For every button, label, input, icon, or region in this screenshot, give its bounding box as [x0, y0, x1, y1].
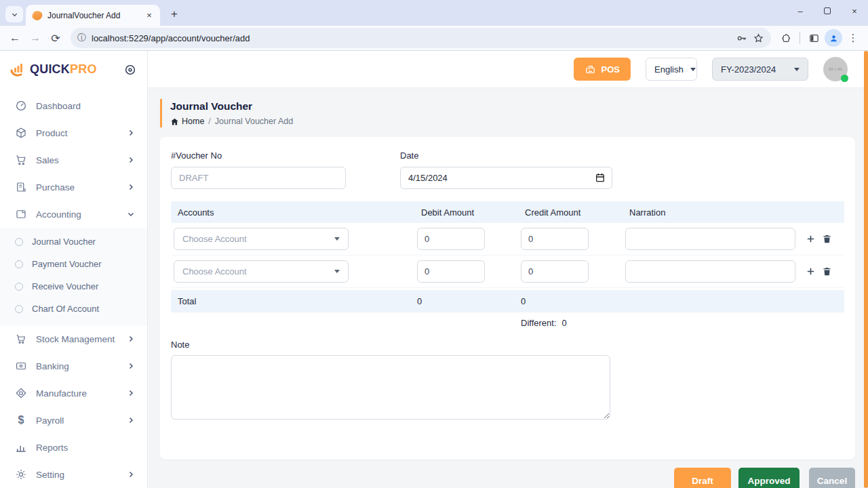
chevron-down-icon: [127, 210, 135, 218]
browser-tab[interactable]: JournalVoucher Add ×: [26, 5, 160, 26]
sidebar-item-payroll[interactable]: $ Payroll: [0, 407, 147, 434]
journal-entries-table: Accounts Debit Amount Credit Amount Narr…: [171, 201, 844, 333]
new-tab-button[interactable]: +: [165, 5, 183, 23]
sidebar-item-manufacture[interactable]: Manufacture: [0, 380, 147, 407]
fiscal-year-select[interactable]: FY-2023/2024: [712, 58, 808, 81]
window-maximize-button[interactable]: [814, 0, 841, 22]
sidebar-item-banking[interactable]: Banking: [0, 352, 147, 380]
user-avatar[interactable]: 80 x 80: [823, 57, 848, 81]
sidebar-item-dashboard[interactable]: Dashboard: [0, 92, 147, 119]
delete-row-button[interactable]: [822, 266, 832, 277]
browser-profile-avatar[interactable]: [825, 29, 842, 47]
date-input[interactable]: [400, 167, 612, 189]
pos-button[interactable]: POS: [574, 58, 631, 81]
chevron-down-icon: [690, 68, 696, 71]
sidebar-item-product[interactable]: Product: [0, 119, 147, 146]
plus-icon: [806, 266, 816, 277]
stock-cart-icon: [15, 333, 27, 345]
note-textarea[interactable]: [171, 355, 610, 420]
home-icon: [170, 117, 179, 126]
note-label: Note: [171, 340, 844, 350]
different-value: 0: [562, 318, 567, 328]
bookmark-star-icon[interactable]: [753, 33, 764, 44]
page-scrollbar[interactable]: [864, 51, 868, 488]
submenu-item-chart-of-account[interactable]: Chart Of Account: [0, 298, 147, 320]
calendar-icon[interactable]: [595, 172, 606, 183]
sales-cart-icon: [15, 154, 27, 166]
voucher-no-field: #Voucher No: [171, 150, 346, 189]
sidebar-item-purchase[interactable]: Purchase: [0, 174, 147, 201]
add-row-button[interactable]: [806, 266, 816, 277]
chevron-right-icon: [127, 389, 135, 397]
plus-icon: [806, 234, 816, 244]
tab-close-icon[interactable]: ×: [144, 10, 155, 21]
chevron-right-icon: [127, 416, 135, 424]
submenu-item-journal-voucher[interactable]: Journal Voucher: [0, 230, 147, 253]
add-row-button[interactable]: [806, 234, 816, 244]
draft-button[interactable]: Draft: [674, 468, 731, 488]
chevron-right-icon: [127, 470, 135, 479]
debit-amount-input[interactable]: [417, 228, 485, 250]
total-credit-value: 0: [518, 296, 623, 306]
breadcrumb-current: Journal Voucher Add: [215, 117, 293, 126]
toolbar-divider: [800, 32, 800, 44]
accounting-wallet-icon: [15, 208, 27, 220]
online-status-dot: [841, 75, 848, 82]
delete-row-button[interactable]: [822, 234, 832, 244]
tab-search-button[interactable]: [5, 6, 23, 22]
sidebar-toggle-icon[interactable]: [124, 64, 136, 76]
submenu-item-receive-voucher[interactable]: Receive Voucher: [0, 275, 147, 298]
submenu-item-payment-voucher[interactable]: Payment Voucher: [0, 253, 147, 275]
radio-circle-icon: [15, 283, 23, 291]
page-head: Journal Voucher Home / Journal Voucher A…: [160, 99, 855, 127]
window-minimize-button[interactable]: –: [787, 0, 814, 22]
narration-input[interactable]: [625, 228, 795, 250]
col-header-credit: Credit Amount: [518, 207, 623, 218]
window-close-button[interactable]: ×: [841, 0, 868, 22]
trash-icon: [822, 234, 832, 244]
account-select[interactable]: Choose Account: [174, 260, 349, 283]
trash-icon: [822, 266, 832, 277]
extensions-icon[interactable]: [776, 28, 795, 47]
breadcrumb-separator: /: [208, 117, 210, 126]
reload-button[interactable]: ⟳: [46, 28, 65, 47]
debit-amount-input[interactable]: [417, 260, 485, 283]
voucher-no-input[interactable]: [171, 167, 346, 189]
voucher-no-label: #Voucher No: [171, 150, 346, 161]
approved-button[interactable]: Approved: [738, 468, 800, 488]
logo-text-secondary: PRO: [70, 62, 97, 76]
sidebar-item-reports[interactable]: Reports: [0, 434, 147, 461]
radio-circle-icon: [15, 238, 23, 246]
radio-circle-icon: [15, 260, 23, 268]
back-button[interactable]: ←: [5, 28, 24, 47]
narration-input[interactable]: [625, 260, 795, 283]
page-content: Journal Voucher Home / Journal Voucher A…: [148, 88, 868, 488]
dashboard-icon: [15, 100, 27, 112]
total-row: Total 0 0: [171, 290, 844, 312]
quickpro-logo[interactable]: QUICKPRO: [9, 62, 97, 78]
sidebar-item-setting[interactable]: Setting: [0, 461, 147, 488]
account-select[interactable]: Choose Account: [174, 228, 349, 250]
breadcrumb-home-link[interactable]: Home: [170, 117, 204, 126]
different-row: Different: 0: [171, 312, 844, 333]
forward-button[interactable]: →: [26, 28, 45, 47]
sidebar-item-sales[interactable]: Sales: [0, 146, 147, 174]
chevron-right-icon: [127, 183, 135, 191]
cancel-button[interactable]: Cancel: [809, 468, 855, 488]
url-text[interactable]: localhost:5229/app/account/voucher/add: [92, 33, 730, 43]
credit-amount-input[interactable]: [521, 228, 589, 250]
col-header-accounts: Accounts: [171, 207, 414, 218]
password-key-icon[interactable]: [736, 33, 747, 44]
site-info-icon[interactable]: ⓘ: [77, 32, 86, 44]
credit-amount-input[interactable]: [521, 260, 589, 283]
sidebar-item-accounting[interactable]: Accounting: [0, 201, 147, 228]
browser-menu-icon[interactable]: ⋮: [844, 28, 863, 47]
side-panel-icon[interactable]: [804, 28, 823, 47]
col-header-narration: Narration: [623, 207, 795, 218]
table-header-row: Accounts Debit Amount Credit Amount Narr…: [171, 201, 844, 223]
sidebar-item-stock-management[interactable]: Stock Management: [0, 325, 147, 352]
language-select[interactable]: English: [646, 58, 697, 81]
url-bar[interactable]: ⓘ localhost:5229/app/account/voucher/add: [71, 28, 771, 48]
table-row: Choose Account: [171, 256, 844, 288]
note-field: Note: [171, 340, 844, 422]
